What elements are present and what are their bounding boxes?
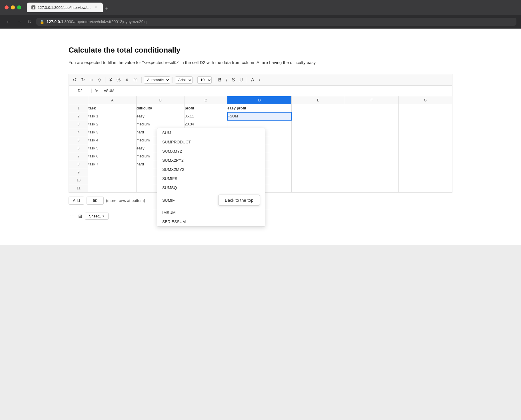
cell-e11[interactable] [292, 184, 345, 192]
font-color-button[interactable]: A [249, 76, 256, 84]
cell-a6[interactable]: task 5 [88, 144, 137, 152]
autocomplete-imsum[interactable]: IMSUM [157, 208, 265, 217]
col-header-b[interactable]: B [136, 96, 185, 104]
clear-button[interactable]: ◇ [96, 76, 103, 84]
undo-button[interactable]: ↺ [71, 76, 78, 84]
sheet-tab-sheet1[interactable]: Sheet1 ▾ [85, 213, 109, 220]
currency-button[interactable]: ¥ [108, 76, 114, 84]
cell-e7[interactable] [292, 152, 345, 160]
reload-button[interactable]: ↻ [26, 17, 33, 26]
cell-d1[interactable]: easy profit [227, 104, 292, 112]
cell-g3[interactable] [398, 120, 452, 128]
cell-f6[interactable] [345, 144, 398, 152]
cell-a9[interactable] [88, 168, 137, 176]
cell-g9[interactable] [398, 168, 452, 176]
col-header-e[interactable]: E [292, 96, 345, 104]
col-header-f[interactable]: F [345, 96, 398, 104]
back-button[interactable]: ← [5, 18, 12, 26]
cell-e9[interactable] [292, 168, 345, 176]
redo-button[interactable]: ↻ [79, 76, 87, 84]
cell-f7[interactable] [345, 152, 398, 160]
autocomplete-sumxmy2[interactable]: SUMXMY2 [157, 147, 265, 156]
url-bar[interactable]: 🔒 127.0.0.1:3000/app/interview/cli4zstt2… [36, 18, 516, 26]
wrap-button[interactable]: ⇥ [88, 76, 95, 84]
cell-g2[interactable] [398, 112, 452, 120]
sheet-grid-button[interactable]: ⊞ [77, 213, 84, 219]
font-size-select[interactable]: 10 [197, 76, 212, 84]
cell-g1[interactable] [398, 104, 452, 112]
cell-a8[interactable]: task 7 [88, 160, 137, 168]
formula-input[interactable] [101, 89, 452, 93]
format-select[interactable]: Automatic [144, 76, 170, 84]
cell-c2[interactable]: 35.11 [185, 112, 227, 120]
back-to-top-button[interactable]: Back to the top [218, 195, 260, 206]
cell-f8[interactable] [345, 160, 398, 168]
bold-button[interactable]: B [217, 76, 223, 84]
percent-button[interactable]: % [115, 76, 122, 84]
cell-a1[interactable]: task [88, 104, 137, 112]
col-header-g[interactable]: G [398, 96, 452, 104]
cell-c3[interactable]: 20.34 [185, 120, 227, 128]
maximize-button[interactable] [17, 5, 21, 9]
cell-e3[interactable] [292, 120, 345, 128]
cell-g8[interactable] [398, 160, 452, 168]
cell-e6[interactable] [292, 144, 345, 152]
autocomplete-sumsq[interactable]: SUMSQ [157, 183, 265, 192]
close-button[interactable] [5, 5, 9, 9]
cell-e8[interactable] [292, 160, 345, 168]
autocomplete-sumx2my2[interactable]: SUMX2MY2 [157, 165, 265, 174]
browser-tab[interactable]: ▲ 127.0.0.1:3000/app/interview/c... × [27, 3, 103, 12]
cell-f2[interactable] [345, 112, 398, 120]
col-header-c[interactable]: C [185, 96, 227, 104]
italic-button[interactable]: I [224, 76, 229, 84]
cell-g6[interactable] [398, 144, 452, 152]
more-button[interactable]: › [257, 76, 262, 84]
font-select[interactable]: Arial [175, 76, 193, 84]
cell-g11[interactable] [398, 184, 452, 192]
tab-close-icon[interactable]: × [94, 5, 98, 10]
cell-f9[interactable] [345, 168, 398, 176]
cell-d2[interactable]: =SUM [227, 112, 292, 120]
cell-e10[interactable] [292, 176, 345, 184]
col-header-a[interactable]: A [88, 96, 137, 104]
cell-f5[interactable] [345, 136, 398, 144]
underline-button[interactable]: U [238, 76, 245, 84]
cell-f4[interactable] [345, 128, 398, 136]
cell-b2[interactable]: easy [136, 112, 185, 120]
autocomplete-sumx2py2[interactable]: SUMX2PY2 [157, 156, 265, 165]
autocomplete-sumproduct[interactable]: SUMPRODUCT [157, 137, 265, 147]
col-header-d[interactable]: D [227, 96, 292, 104]
cell-a11[interactable] [88, 184, 137, 192]
cell-g10[interactable] [398, 176, 452, 184]
cell-a7[interactable]: task 6 [88, 152, 137, 160]
cell-e4[interactable] [292, 128, 345, 136]
add-rows-button[interactable]: Add [69, 197, 84, 205]
cell-e2[interactable] [292, 112, 345, 120]
forward-button[interactable]: → [15, 18, 23, 26]
cell-d3[interactable] [227, 120, 292, 128]
cell-b1[interactable]: difficulty [136, 104, 185, 112]
cell-c1[interactable]: profit [185, 104, 227, 112]
autocomplete-sumifs[interactable]: SUMIFS [157, 174, 265, 183]
cell-a4[interactable]: task 3 [88, 128, 137, 136]
add-rows-input[interactable] [87, 197, 104, 205]
cell-f1[interactable] [345, 104, 398, 112]
cell-a5[interactable]: task 4 [88, 136, 137, 144]
cell-g7[interactable] [398, 152, 452, 160]
cell-a10[interactable] [88, 176, 137, 184]
cell-f3[interactable] [345, 120, 398, 128]
new-tab-button[interactable]: + [103, 6, 111, 12]
cell-a2[interactable]: task 1 [88, 112, 137, 120]
decimal-less-button[interactable]: .0 [123, 77, 130, 83]
add-sheet-button[interactable]: + [69, 212, 75, 220]
cell-g5[interactable] [398, 136, 452, 144]
decimal-more-button[interactable]: .00 [131, 77, 139, 83]
cell-f10[interactable] [345, 176, 398, 184]
cell-g4[interactable] [398, 128, 452, 136]
minimize-button[interactable] [11, 5, 15, 9]
cell-f11[interactable] [345, 184, 398, 192]
autocomplete-sumif[interactable]: SUMIF Back to the top [157, 192, 265, 208]
autocomplete-sum[interactable]: SUM [157, 128, 265, 137]
strikethrough-button[interactable]: S [230, 76, 237, 84]
cell-a3[interactable]: task 2 [88, 120, 137, 128]
